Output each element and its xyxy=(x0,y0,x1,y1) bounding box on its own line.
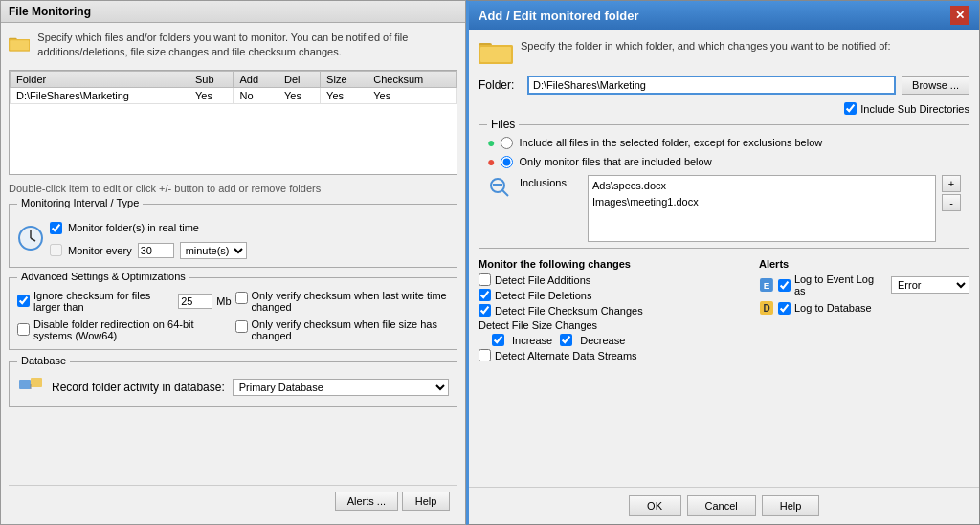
right-dialog: Add / Edit monitored folder ✕ Specify th… xyxy=(466,0,980,525)
log-db-checkbox[interactable] xyxy=(778,302,791,315)
svg-rect-14 xyxy=(480,47,511,62)
inclusion-item: Ads\specs.docx xyxy=(592,178,931,194)
detect-checksum-row: Detect File Checksum Changes xyxy=(479,304,749,317)
svg-rect-3 xyxy=(10,40,29,50)
red-circle-icon: ● xyxy=(487,154,495,169)
detect-increase-checkbox[interactable] xyxy=(492,334,504,346)
table-cell: D:\FileShares\Marketing xyxy=(11,87,189,103)
detect-ads-row: Detect Alternate Data Streams xyxy=(479,349,749,361)
svg-rect-9 xyxy=(31,378,42,387)
table-row[interactable]: D:\FileShares\MarketingYesNoYesYesYes xyxy=(11,87,457,103)
database-section: Database Record folder activity in datab… xyxy=(9,361,457,407)
only-monitor-radio[interactable] xyxy=(501,156,513,168)
detect-checksum-checkbox[interactable] xyxy=(479,304,491,317)
log-event-checkbox[interactable] xyxy=(778,279,791,292)
table-cell: Yes xyxy=(368,87,457,103)
dialog-title-bar: Add / Edit monitored folder ✕ xyxy=(469,1,979,30)
col-add: Add xyxy=(234,71,278,87)
include-all-radio[interactable] xyxy=(501,137,513,149)
dialog-title: Add / Edit monitored folder xyxy=(479,9,639,23)
dialog-info-text: Specify the folder in which folder, and … xyxy=(521,39,890,54)
size-change-options: Increase Decrease xyxy=(492,334,749,346)
inclusions-list[interactable]: Ads\specs.docxImages\meeting1.docx xyxy=(588,175,936,242)
help-button-dialog[interactable]: Help xyxy=(762,495,820,516)
log-level-select[interactable]: Error Warning Information xyxy=(891,276,969,294)
alerts-section: Alerts E Log to Event Log as Error Warni… xyxy=(759,258,969,361)
detect-additions-row: Detect File Additions xyxy=(479,273,749,286)
inclusions-add-btn[interactable]: + xyxy=(942,175,961,192)
green-circle-icon: ● xyxy=(487,135,495,150)
include-sub-label: Include Sub Directories xyxy=(860,103,969,115)
include-sub-row: Include Sub Directories xyxy=(479,102,969,115)
monitor-changes-title: Monitor the following changes xyxy=(479,258,749,270)
verify-write-checkbox[interactable] xyxy=(235,292,248,304)
magnify-icon xyxy=(487,175,514,202)
close-button[interactable]: ✕ xyxy=(950,6,969,25)
svg-rect-17 xyxy=(493,184,502,186)
table-cell: Yes xyxy=(189,87,233,103)
realtime-checkbox[interactable] xyxy=(50,222,62,234)
col-folder: Folder xyxy=(11,71,189,87)
detect-decrease-checkbox[interactable] xyxy=(560,334,572,346)
log-db-icon: D xyxy=(759,300,774,316)
detect-size-label-row: Detect File Size Changes xyxy=(479,319,749,331)
dialog-folder-icon xyxy=(479,39,513,66)
log-db-row: D Log to Database xyxy=(759,300,969,316)
hint-text: Double-click item to edit or click +/- b… xyxy=(9,183,457,194)
interval-unit-select[interactable]: minute(s) hour(s) xyxy=(180,242,247,259)
interval-checkbox[interactable] xyxy=(50,244,62,256)
inclusion-item: Images\meeting1.docx xyxy=(592,194,931,210)
include-all-row: ● Include all files in the selected fold… xyxy=(487,135,961,150)
record-label: Record folder activity in database: xyxy=(52,381,225,394)
checksum-size-input[interactable] xyxy=(178,294,212,309)
left-bottom-buttons: Alerts ... Help xyxy=(9,485,457,516)
realtime-checkbox-row: Monitor folder(s) in real time xyxy=(50,222,247,234)
files-section: Files ● Include all files in the selecte… xyxy=(479,124,969,249)
browse-button[interactable]: Browse ... xyxy=(902,76,969,95)
inclusions-remove-btn[interactable]: - xyxy=(942,194,961,211)
inclusions-buttons: + - xyxy=(942,175,961,211)
svg-text:E: E xyxy=(764,280,770,291)
svg-text:D: D xyxy=(763,303,769,314)
col-size: Size xyxy=(321,71,368,87)
ignore-checksum-checkbox[interactable] xyxy=(17,295,30,307)
detect-additions-checkbox[interactable] xyxy=(479,273,491,286)
cancel-button[interactable]: Cancel xyxy=(687,495,756,516)
database-label: Database xyxy=(17,355,70,366)
clock-icon xyxy=(17,225,44,252)
col-del: Del xyxy=(278,71,320,87)
verify-size-checkbox[interactable] xyxy=(235,320,248,333)
folder-row: Folder: Browse ... xyxy=(479,76,969,95)
ignore-checksum-row: Ignore checksum for files larger than Mb xyxy=(17,290,232,313)
disable-folder-checkbox[interactable] xyxy=(17,323,30,336)
advanced-section: Advanced Settings & Optimizations Ignore… xyxy=(9,277,457,350)
alerts-button[interactable]: Alerts ... xyxy=(335,492,398,511)
detect-ads-checkbox[interactable] xyxy=(479,349,491,361)
monitoring-section: Monitoring Interval / Type Monitor folde… xyxy=(9,204,457,268)
detect-deletions-checkbox[interactable] xyxy=(479,289,491,301)
bottom-section: Monitor the following changes Detect Fil… xyxy=(479,258,969,361)
inclusions-label: Inclusions: xyxy=(520,175,582,188)
every-label: Monitor every xyxy=(68,245,132,256)
dialog-footer: OK Cancel Help xyxy=(469,487,979,524)
ok-button[interactable]: OK xyxy=(629,495,681,516)
left-info-text: Specify which files and/or folders you w… xyxy=(37,31,457,60)
folder-input[interactable] xyxy=(527,76,896,95)
interval-input[interactable] xyxy=(138,243,174,258)
include-sub-checkbox[interactable] xyxy=(844,102,857,115)
col-checksum: Checksum xyxy=(368,71,457,87)
folder-label: Folder: xyxy=(479,78,522,92)
monitor-changes-section: Monitor the following changes Detect Fil… xyxy=(479,258,749,361)
col-sub: Sub xyxy=(189,71,233,87)
svg-rect-8 xyxy=(19,380,31,389)
db-select[interactable]: Primary Database xyxy=(233,379,449,396)
table-cell: No xyxy=(234,87,278,103)
only-monitor-row: ● Only monitor files that are included b… xyxy=(487,154,961,169)
help-button-left[interactable]: Help xyxy=(402,492,450,511)
dialog-info-box: Specify the folder in which folder, and … xyxy=(479,39,969,66)
database-icon xyxy=(17,376,44,399)
verify-size-row: Only verify checksum when file size has … xyxy=(235,318,450,341)
advanced-label: Advanced Settings & Optimizations xyxy=(17,271,189,282)
left-panel-title: File Monitoring xyxy=(1,1,465,23)
verify-write-row: Only verify checksum when last write tim… xyxy=(235,290,450,313)
